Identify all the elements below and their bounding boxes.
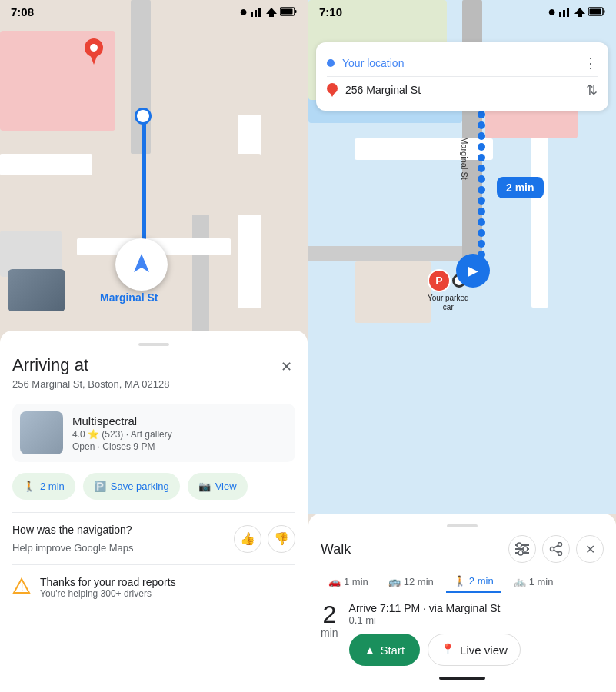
road-reports: ! Thanks for your road reports You're he…	[12, 564, 295, 599]
bottom-sheet-left: Arriving at 256 Marginal St, Boston, MA …	[0, 331, 308, 692]
svg-point-33	[551, 547, 554, 551]
wifi-icon-left	[266, 6, 277, 17]
status-bar-left: 7:08 ●	[0, 0, 308, 23]
more-options-button[interactable]: ⋮	[584, 55, 598, 72]
from-location: Your location	[342, 57, 576, 69]
svg-rect-14	[563, 10, 565, 17]
from-row[interactable]: Your location ⋮	[327, 50, 598, 76]
svg-point-30	[523, 547, 528, 551]
svg-marker-9	[89, 52, 98, 65]
place-name: Multispectral	[72, 414, 288, 428]
feedback-section: How was the navigation? Help improve Goo…	[12, 512, 295, 554]
liveview-button[interactable]: 📍 Live view	[428, 634, 521, 666]
thumbs-down-button[interactable]: 👎	[268, 525, 295, 553]
left-panel: 7:08 ●	[0, 0, 308, 692]
feedback-subtext: Help improve Google Maps	[12, 542, 134, 554]
start-label: Start	[380, 644, 405, 657]
camera-icon-left: ●	[239, 4, 248, 20]
place-card[interactable]: Multispectral 4.0 ⭐ (523) · Art gallery …	[12, 404, 295, 462]
svg-rect-2	[258, 8, 261, 17]
place-status: Open · Closes 9 PM	[72, 441, 288, 452]
save-parking-button[interactable]: 🅿️ Save parking	[83, 473, 180, 500]
tab-walk[interactable]: 🚶 2 min	[446, 571, 501, 593]
navigation-arrow	[115, 238, 168, 291]
close-button-right[interactable]: ✕	[576, 535, 604, 563]
bike-tab-label: 1 min	[529, 576, 554, 587]
feedback-question: How was the navigation?	[12, 524, 134, 536]
place-thumbnail-left	[8, 269, 65, 311]
street-label-right: Marginal St	[460, 137, 469, 180]
svg-marker-21	[329, 91, 335, 97]
dotted-route	[478, 108, 485, 272]
map-block-2	[185, 154, 261, 215]
svg-point-29	[517, 543, 521, 547]
tab-car[interactable]: 🚗 1 min	[321, 571, 376, 593]
start-icon: ▲	[365, 644, 376, 657]
filter-icon	[515, 542, 529, 556]
tab-bike[interactable]: 🚲 1 min	[506, 571, 561, 593]
walk-tab-icon: 🚶	[454, 575, 466, 587]
svg-point-32	[558, 543, 562, 547]
time-badge: 2 min	[497, 177, 544, 198]
view-button[interactable]: 📷 View	[188, 473, 248, 500]
sheet-handle-left	[138, 343, 169, 346]
map-road-v1	[131, 0, 151, 154]
map-road-h1	[0, 154, 92, 175]
share-button[interactable]	[542, 535, 570, 563]
time-left: 7:08	[11, 5, 34, 18]
route-actions: ▲ Start 📍 Live view	[349, 634, 604, 666]
dir-header: Walk ✕	[321, 535, 604, 563]
map-r-road4	[308, 246, 462, 261]
walk-icon: 🚶	[23, 481, 35, 492]
map-right[interactable]: 7:10 ● Your location ⋮ 256 Marginal St ⇅	[308, 0, 616, 514]
to-location: 256 Marginal St	[345, 84, 578, 96]
road-reports-sub: You're helping 300+ drivers	[40, 588, 176, 599]
play-button[interactable]: ▶	[456, 254, 490, 288]
arriving-title: Arriving at	[12, 355, 170, 375]
bike-tab-icon: 🚲	[514, 576, 526, 587]
transport-tabs: 🚗 1 min 🚌 12 min 🚶 2 min 🚲 1 min	[321, 571, 604, 593]
battery-icon-right	[588, 7, 605, 16]
route-time-big: 2 min	[321, 602, 338, 639]
to-row[interactable]: 256 Marginal St ⇅	[327, 76, 598, 103]
current-location-left	[135, 108, 152, 125]
svg-rect-1	[255, 10, 257, 17]
start-button[interactable]: ▲ Start	[349, 634, 421, 666]
transit-tab-label: 12 min	[404, 576, 434, 587]
svg-rect-15	[567, 8, 569, 17]
status-icons-left: ●	[239, 4, 297, 20]
liveview-icon: 📍	[441, 643, 455, 657]
direction-title: Walk	[321, 541, 502, 557]
close-button-left[interactable]: ✕	[278, 355, 295, 378]
search-bar[interactable]: Your location ⋮ 256 Marginal St ⇅	[316, 42, 608, 111]
swap-button[interactable]: ⇅	[586, 82, 598, 98]
map-left[interactable]: 7:08 ●	[0, 0, 308, 346]
map-r-road3	[531, 115, 548, 308]
filter-button[interactable]	[508, 535, 536, 563]
svg-text:!: !	[21, 582, 23, 593]
parked-label: Your parkedcar	[428, 294, 469, 312]
place-info: Multispectral 4.0 ⭐ (523) · Art gallery …	[72, 414, 288, 452]
svg-rect-6	[281, 9, 293, 15]
place-rating: 4.0 ⭐ (523) · Art gallery	[72, 429, 288, 440]
route-time-num: 2	[321, 602, 338, 627]
route-time-unit: min	[321, 627, 338, 639]
tab-transit[interactable]: 🚌 12 min	[381, 571, 441, 593]
action-buttons: 🚶 2 min 🅿️ Save parking 📷 View	[12, 473, 295, 500]
svg-rect-18	[604, 10, 605, 13]
svg-point-34	[558, 552, 562, 556]
walk-tab-label: 2 min	[469, 575, 494, 587]
transit-tab-icon: 🚌	[388, 576, 401, 587]
thumbs-up-button[interactable]: 👍	[234, 525, 261, 553]
signal-icon-left	[251, 6, 263, 17]
svg-rect-19	[590, 9, 601, 15]
route-line-left	[142, 108, 146, 254]
map-r-block3	[355, 261, 431, 323]
battery-icon-left	[280, 7, 297, 16]
road-reports-title: Thanks for your road reports	[40, 576, 176, 588]
walk-button[interactable]: 🚶 2 min	[12, 473, 75, 500]
svg-point-8	[90, 44, 98, 52]
bottom-bar-right	[439, 677, 485, 680]
svg-line-35	[554, 546, 558, 548]
view-icon: 📷	[198, 481, 211, 492]
